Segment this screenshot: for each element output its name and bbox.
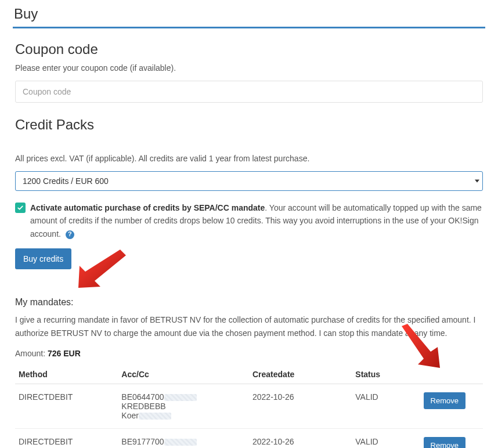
acc-line1: BE9177700 [121, 437, 164, 446]
mandates-amount: Amount: 726 EUR [15, 349, 483, 358]
auto-purchase-bold: Activate automatic purchase of credits b… [30, 203, 265, 212]
mandates-heading: My mandates: [15, 297, 483, 308]
title-divider [13, 27, 485, 28]
col-acc: Acc/Cc [118, 365, 249, 384]
cell-acc: BE9177700 GKCCBEBB Achie [118, 428, 249, 448]
acc-line1: BE0644700 [121, 392, 164, 402]
credit-packs-note: All prices excl. VAT (if applicable). Al… [15, 154, 483, 163]
table-header-row: Method Acc/Cc Createdate Status [15, 365, 483, 384]
buy-credits-button[interactable]: Buy credits [15, 248, 71, 269]
col-date: Createdate [249, 365, 352, 384]
col-method: Method [15, 365, 118, 384]
page-title: Buy [14, 6, 496, 22]
cell-status: VALID [352, 384, 417, 428]
coupon-input[interactable] [15, 81, 483, 103]
redacted [139, 413, 171, 420]
amount-value: 726 EUR [48, 349, 81, 358]
cell-date: 2022-10-26 [249, 384, 352, 428]
credit-packs-heading: Credit Packs [15, 117, 483, 133]
mandates-text: I give a recurring mandate in favor of B… [15, 313, 483, 339]
cell-method: DIRECTDEBIT [15, 428, 118, 448]
redacted [164, 439, 197, 446]
table-row: DIRECTDEBIT BE9177700 GKCCBEBB Achie 202… [15, 428, 483, 448]
mandates-table: Method Acc/Cc Createdate Status DIRECTDE… [15, 365, 483, 448]
col-status: Status [352, 365, 417, 384]
amount-label: Amount: [15, 349, 48, 358]
auto-purchase-text: Activate automatic purchase of credits b… [30, 201, 483, 240]
cell-date: 2022-10-26 [249, 428, 352, 448]
cell-status: VALID [352, 428, 417, 448]
redacted [164, 394, 197, 401]
auto-purchase-checkbox[interactable] [15, 203, 26, 213]
remove-button[interactable]: Remove [424, 437, 465, 448]
check-icon [17, 204, 24, 211]
credit-pack-select[interactable]: 1200 Credits / EUR 600 [15, 171, 483, 191]
cell-method: DIRECTDEBIT [15, 384, 118, 428]
acc-line3: Koer [121, 411, 139, 420]
coupon-heading: Coupon code [15, 41, 483, 57]
remove-button[interactable]: Remove [424, 392, 465, 409]
cell-acc: BE0644700 KREDBEBB Koer [118, 384, 249, 428]
table-row: DIRECTDEBIT BE0644700 KREDBEBB Koer 2022… [15, 384, 483, 428]
col-action [417, 365, 483, 384]
help-icon[interactable]: ? [66, 230, 74, 239]
coupon-hint: Please enter your coupon code (if availa… [15, 63, 483, 73]
acc-line2: KREDBEBB [121, 402, 165, 411]
